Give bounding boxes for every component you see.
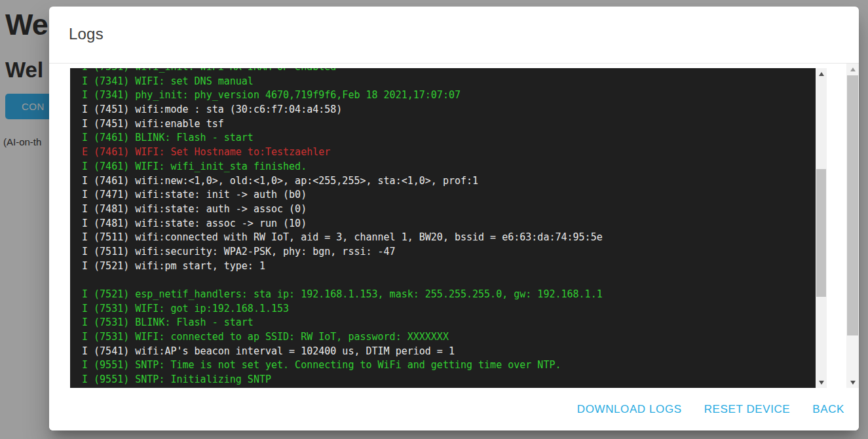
- log-line: I (7481) wifi:state: assoc -> run (10): [82, 217, 816, 231]
- log-line: I (7331) wifi_init: WiFi RX IRAM OP enab…: [82, 68, 816, 75]
- log-line: I (7511) wifi:connected with RW IoT, aid…: [82, 231, 816, 245]
- log-line: I (7531) WIFI: connected to ap SSID: RW …: [82, 330, 816, 345]
- log-line: I (7451) wifi:mode : sta (30:c6:f7:04:a4…: [82, 103, 816, 117]
- log-viewport[interactable]: I (7331) wifi_init: WiFi RX IRAM OP enab…: [70, 68, 816, 388]
- log-line: I (7461) BLINK: Flash - start: [82, 131, 816, 145]
- log-scrollbar-thumb[interactable]: [816, 169, 826, 297]
- log-line: I (7511) wifi:security: WPA2-PSK, phy: b…: [82, 245, 816, 259]
- log-line: I (7461) wifi:new:<1,0>, old:<1,0>, ap:<…: [82, 174, 816, 189]
- back-button[interactable]: BACK: [812, 403, 844, 416]
- logs-dialog: Logs I (7331) wifi_init: WiFi RX IRAM OP…: [49, 7, 859, 430]
- log-line: I (7531) WIFI: got ip:192.168.1.153: [82, 302, 816, 316]
- log-content: I (7331) wifi_init: WiFi RX IRAM OP enab…: [82, 68, 816, 387]
- log-line: E (7461) WIFI: Set Hostname to:Testzaehl…: [82, 145, 816, 160]
- log-line: I (7341) WIFI: set DNS manual: [82, 75, 816, 89]
- log-terminal: I (7331) wifi_init: WiFi RX IRAM OP enab…: [70, 68, 827, 388]
- log-line: I (9551) SNTP: Initializing SNTP: [82, 373, 816, 387]
- log-line: I (7521) wifi:pm start, type: 1: [82, 259, 816, 274]
- log-line: I (7471) wifi:state: init -> auth (b0): [82, 188, 816, 202]
- log-line: I (7531) BLINK: Flash - start: [82, 316, 816, 330]
- dialog-header: Logs: [49, 7, 859, 63]
- log-line: I (9551) SNTP: Time is not set yet. Conn…: [82, 358, 816, 373]
- log-line: I (7451) wifi:enable tsf: [82, 117, 816, 132]
- log-line: I (7541) wifi:AP's beacon interval = 102…: [82, 345, 816, 359]
- log-line: I (7521) esp_netif_handlers: sta ip: 192…: [82, 288, 816, 302]
- download-logs-button[interactable]: DOWNLOAD LOGS: [577, 403, 682, 416]
- dialog-title: Logs: [69, 25, 859, 43]
- screen: We Wel CON (AI-on-th Logs I (7331) wifi_…: [0, 0, 868, 439]
- scroll-down-icon[interactable]: [816, 377, 827, 388]
- dialog-scrollbar[interactable]: [846, 64, 859, 388]
- log-line: [82, 273, 816, 288]
- dialog-scrollbar-thumb[interactable]: [847, 75, 858, 335]
- log-line: I (7341) phy_init: phy_version 4670,719f…: [82, 88, 816, 103]
- dialog-body: I (7331) wifi_init: WiFi RX IRAM OP enab…: [49, 64, 859, 388]
- log-line: I (7481) wifi:state: auth -> assoc (0): [82, 202, 816, 217]
- scroll-down-icon[interactable]: [846, 377, 859, 388]
- log-line: I (7461) WIFI: wifi_init_sta finished.: [82, 160, 816, 174]
- scroll-up-icon[interactable]: [846, 64, 859, 75]
- dialog-footer: DOWNLOAD LOGSRESET DEVICEBACK: [49, 388, 859, 430]
- log-scrollbar[interactable]: [816, 68, 827, 388]
- scroll-up-icon[interactable]: [816, 68, 827, 79]
- reset-device-button[interactable]: RESET DEVICE: [704, 403, 791, 416]
